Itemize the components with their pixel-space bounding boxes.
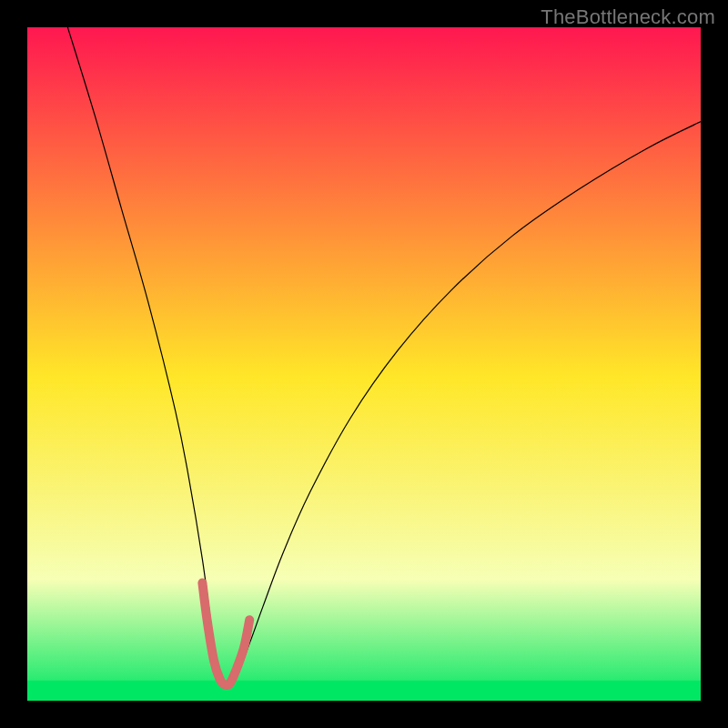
watermark-text: TheBottleneck.com xyxy=(541,5,715,29)
green-band xyxy=(27,681,701,701)
gradient-background xyxy=(27,27,701,701)
chart-frame: TheBottleneck.com xyxy=(0,0,728,728)
plot-area xyxy=(27,27,701,701)
bottleneck-chart xyxy=(27,27,701,701)
